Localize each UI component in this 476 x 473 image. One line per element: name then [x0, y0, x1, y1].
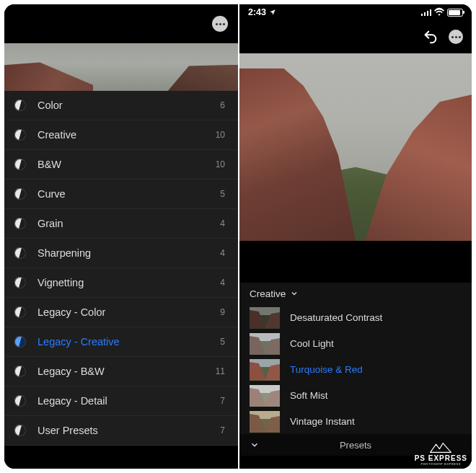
right-toolbar	[239, 20, 472, 53]
left-photo-preview	[4, 43, 238, 91]
category-label: Grain	[38, 218, 63, 229]
category-row[interactable]: Color6	[4, 91, 238, 120]
status-time: 2:43	[248, 7, 266, 17]
bottom-tab-label[interactable]: Presets	[340, 440, 371, 451]
category-row[interactable]: Curve5	[4, 180, 238, 209]
category-count: 10	[216, 159, 225, 169]
cellular-signal-icon	[421, 9, 432, 16]
preset-row[interactable]: Vintage Instant	[239, 408, 472, 434]
wifi-icon	[434, 7, 444, 17]
chevron-down-icon	[290, 289, 299, 298]
preset-swatch-icon	[12, 156, 28, 172]
mountain-icon	[429, 442, 452, 454]
category-row[interactable]: Legacy - Color9	[4, 298, 238, 327]
location-icon	[269, 9, 276, 16]
category-row[interactable]: User Presets7	[4, 416, 238, 446]
preset-row[interactable]: Cool Light	[239, 330, 472, 356]
status-bar: 2:43	[239, 4, 472, 20]
right-photo-preview[interactable]	[239, 53, 472, 241]
category-row[interactable]: Creative10	[4, 120, 238, 150]
category-row[interactable]: B&W10	[4, 150, 238, 180]
preset-thumbnail	[250, 411, 280, 433]
category-label: Legacy - Color	[38, 306, 105, 318]
preset-row[interactable]: Turquoise & Red	[239, 356, 472, 382]
preset-swatch-icon	[12, 186, 28, 202]
category-count: 4	[220, 278, 225, 288]
preset-thumbnail	[250, 359, 280, 381]
category-row[interactable]: Legacy - Detail7	[4, 386, 238, 416]
preset-swatch-icon	[12, 393, 28, 409]
preset-category-list: Color6Creative10B&W10Curve5Grain4Sharpen…	[4, 91, 238, 446]
preset-swatch-icon	[12, 363, 28, 379]
preset-label: Soft Mist	[290, 390, 328, 401]
category-label: Sharpening	[38, 247, 91, 259]
preset-thumbnail	[250, 307, 280, 329]
category-count: 11	[216, 366, 225, 376]
category-row[interactable]: Grain4	[4, 209, 238, 239]
preset-label: Turquoise & Red	[290, 364, 363, 375]
category-row[interactable]: Legacy - Creative5	[4, 327, 238, 357]
category-count: 10	[216, 130, 225, 140]
more-icon[interactable]	[212, 16, 228, 32]
category-count: 4	[220, 218, 225, 229]
chevron-down-icon[interactable]	[250, 440, 260, 450]
category-label: Curve	[38, 188, 66, 200]
category-count: 4	[220, 248, 225, 258]
preset-swatch-icon	[12, 275, 28, 291]
preset-list: Desaturated ContrastCool LightTurquoise …	[239, 304, 472, 434]
ps-express-watermark: PS EXPRESS PHOTOSHOP EXPRESS	[415, 442, 467, 466]
preset-swatch-icon	[12, 216, 28, 231]
dropdown-label: Creative	[250, 288, 286, 299]
category-count: 9	[220, 307, 225, 317]
preset-label: Desaturated Contrast	[290, 312, 382, 323]
left-pane: Color6Creative10B&W10Curve5Grain4Sharpen…	[4, 4, 238, 469]
preset-thumbnail	[250, 333, 280, 355]
preset-label: Vintage Instant	[290, 416, 355, 427]
category-label: Color	[38, 100, 63, 111]
preset-group-dropdown[interactable]: Creative	[239, 283, 472, 304]
category-count: 5	[220, 337, 225, 347]
preset-swatch-icon	[12, 423, 28, 438]
category-row[interactable]: Legacy - B&W11	[4, 357, 238, 386]
preset-swatch-icon	[12, 304, 28, 320]
left-toolbar	[4, 4, 238, 43]
battery-icon	[447, 9, 463, 17]
category-label: Vignetting	[38, 277, 84, 288]
preset-row[interactable]: Desaturated Contrast	[239, 304, 472, 330]
preset-swatch-icon	[12, 97, 28, 113]
preset-row[interactable]: Soft Mist	[239, 382, 472, 408]
category-row[interactable]: Sharpening4	[4, 239, 238, 268]
category-label: B&W	[38, 159, 61, 170]
category-label: User Presets	[38, 425, 98, 436]
category-label: Legacy - Creative	[38, 336, 120, 348]
category-label: Creative	[38, 129, 76, 141]
category-count: 6	[220, 100, 225, 110]
category-label: Legacy - Detail	[38, 395, 107, 407]
category-label: Legacy - B&W	[38, 366, 105, 377]
preset-swatch-icon	[12, 245, 28, 261]
more-icon[interactable]	[449, 30, 463, 44]
undo-icon[interactable]	[423, 29, 438, 45]
category-count: 7	[220, 425, 225, 436]
category-row[interactable]: Vignetting4	[4, 268, 238, 298]
photo-gap	[239, 241, 472, 283]
category-count: 5	[220, 189, 225, 199]
preset-swatch-icon	[12, 127, 28, 143]
preset-thumbnail	[250, 385, 280, 407]
category-count: 7	[220, 396, 225, 406]
right-pane: 2:43 Creative Desaturated Contr	[238, 4, 472, 469]
preset-label: Cool Light	[290, 338, 334, 349]
preset-swatch-icon	[12, 334, 28, 350]
